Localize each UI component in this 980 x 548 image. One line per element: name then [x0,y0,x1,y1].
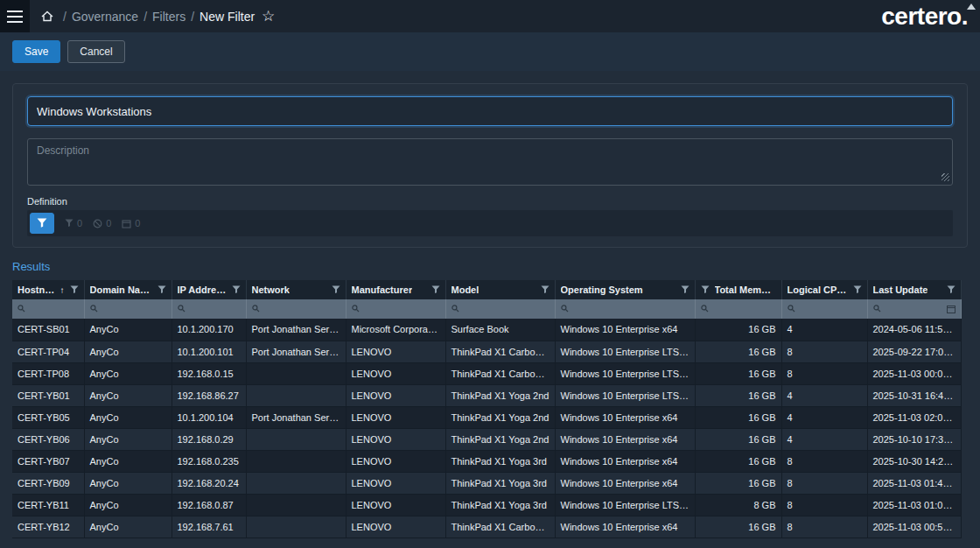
table-row[interactable]: CERT-TP04AnyCo10.1.200.101Port Jonathan … [12,341,961,362]
column-filter-icon[interactable] [541,285,550,294]
column-filter-icon[interactable] [853,285,862,294]
table-cell: 8 [781,341,867,362]
table-cell: 8 [781,516,867,537]
column-filter-icon[interactable] [681,285,690,294]
table-cell: AnyCo [84,362,172,384]
add-filter-condition-button[interactable] [30,213,54,234]
table-cell: Windows 10 Enterprise LTSC x64 [555,384,695,406]
table-row[interactable]: CERT-YB12AnyCo192.168.7.61LENOVOThinkPad… [12,516,961,537]
calendar-icon[interactable] [947,305,956,313]
column-header-last-update[interactable]: Last Update [867,280,961,299]
table-row[interactable]: CERT-TP08AnyCo192.168.0.15LENOVOThinkPad… [12,362,961,384]
column-header-total-memory[interactable]: Total Memory [695,280,781,299]
table-cell: Windows 10 Enterprise x64 [555,406,695,428]
column-search-input[interactable] [798,304,862,314]
column-search-input[interactable] [28,304,79,314]
table-cell: CERT-YB05 [12,406,84,428]
definition-toolbar: 0 0 0 [27,210,953,236]
column-search-logical-cpus [781,299,867,319]
table-row[interactable]: CERT-YB01AnyCo192.168.86.27LENOVOThinkPa… [12,384,961,406]
table-cell: 8 [781,362,867,384]
table-cell: LENOVO [346,384,445,406]
column-header-model[interactable]: Model [445,280,555,299]
column-header-domain-name[interactable]: Domain Name [84,280,172,299]
table-row[interactable]: CERT-YB06AnyCo192.168.0.29LENOVOThinkPad… [12,428,961,450]
filter-conditions-count: 0 [65,218,82,228]
favorite-star-icon[interactable]: ☆ [262,9,275,24]
table-cell: LENOVO [346,406,445,428]
column-search-input[interactable] [884,304,944,314]
column-header-network[interactable]: Network [246,280,346,299]
filter-name-input[interactable] [27,96,953,126]
column-search-input[interactable] [362,304,440,314]
filter-row [12,299,961,319]
table-cell: AnyCo [84,428,172,450]
table-row[interactable]: CERT-SB01AnyCo10.1.200.170Port Jonathan … [12,319,961,341]
search-icon [873,304,881,314]
column-search-input[interactable] [711,304,776,314]
table-cell: 2025-11-03 01:00:07 [867,494,961,516]
table-cell: 16 GB [695,362,781,384]
scroll-up-arrow[interactable] [967,4,976,10]
table-cell: Windows 10 Enterprise x64 [555,472,695,494]
column-search-model [445,299,555,319]
column-search-network [246,299,346,319]
save-button[interactable]: Save [12,40,60,63]
table-cell: CERT-YB11 [12,494,84,516]
header-row: Hostname↑Domain NameIP AddressNetworkMan… [12,280,961,299]
table-row[interactable]: CERT-YB11AnyCo192.168.0.87LENOVOThinkPad… [12,494,961,516]
table-cell: LENOVO [346,341,445,362]
table-cell: 10.1.200.104 [172,406,246,428]
table-row[interactable]: CERT-YB05AnyCo10.1.200.104Port Jonathan … [12,406,961,428]
table-cell: Windows 10 Enterprise x64 [555,516,695,537]
menu-icon[interactable] [0,0,30,32]
column-filter-icon[interactable] [701,285,710,294]
filter-form-panel: Definition 0 0 0 [12,83,968,248]
column-header-ip-address[interactable]: IP Address [172,280,246,299]
column-header-hostname[interactable]: Hostname↑ [12,280,84,299]
table-row[interactable]: CERT-YB09AnyCo192.168.20.24LENOVOThinkPa… [12,472,961,494]
table-cell: CERT-YB01 [12,384,84,406]
breadcrumb-governance[interactable]: Governance [72,10,138,24]
table-cell: AnyCo [84,516,172,537]
column-filter-icon[interactable] [947,285,956,294]
table-cell: 2024-05-06 11:52:34 [867,319,961,341]
column-header-manufacturer[interactable]: Manufacturer [346,280,445,299]
table-cell: 16 GB [695,472,781,494]
column-filter-icon[interactable] [431,285,440,294]
column-search-input[interactable] [462,304,550,314]
column-search-input[interactable] [101,304,166,314]
breadcrumb-separator: / [144,10,147,24]
table-row[interactable]: CERT-YB07AnyCo192.168.0.235LENOVOThinkPa… [12,450,961,472]
table-cell: 16 GB [695,428,781,450]
home-icon[interactable] [40,10,54,23]
breadcrumb-filters[interactable]: Filters [152,10,186,24]
column-search-input[interactable] [262,304,340,314]
cancel-button[interactable]: Cancel [67,40,124,63]
table-cell: CERT-YB07 [12,450,84,472]
table-cell: AnyCo [84,450,172,472]
table-cell: 2025-11-03 02:00:10 [867,406,961,428]
table-cell: 2025-11-03 00:00:08 [867,362,961,384]
table-cell: AnyCo [84,319,172,341]
column-search-input[interactable] [571,304,690,314]
schedule-count: 0 [122,218,140,228]
table-cell: CERT-YB09 [12,472,84,494]
table-cell: 8 [781,494,867,516]
column-filter-icon[interactable] [70,285,79,294]
column-label: IP Address [178,285,227,295]
table-cell: 16 GB [695,341,781,362]
table-cell: 16 GB [695,406,781,428]
description-textarea[interactable] [27,138,953,186]
column-header-operating-system[interactable]: Operating System [555,280,695,299]
column-filter-icon[interactable] [332,285,340,294]
column-header-logical-cpus[interactable]: Logical CPUs [781,280,867,299]
table-cell: 8 [781,450,867,472]
column-filter-icon[interactable] [232,285,241,294]
column-filter-icon[interactable] [158,285,166,294]
table-cell: 2025-10-10 17:33:57 [867,428,961,450]
column-search-input[interactable] [188,304,241,314]
table-cell: 192.168.20.24 [172,472,246,494]
column-label: Network [252,285,290,295]
column-label: Model [452,285,480,295]
